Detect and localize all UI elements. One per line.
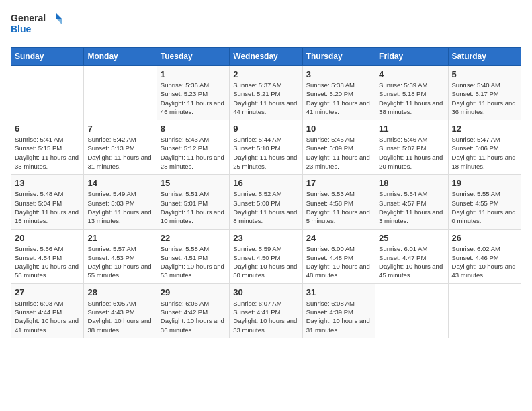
day-info: Sunrise: 5:41 AM Sunset: 5:15 PM Dayligh… — [15, 135, 80, 171]
day-number: 12 — [452, 124, 517, 134]
calendar-cell: 30Sunrise: 6:07 AM Sunset: 4:41 PM Dayli… — [230, 283, 302, 338]
day-info: Sunrise: 5:47 AM Sunset: 5:06 PM Dayligh… — [452, 135, 517, 171]
day-number: 4 — [379, 69, 444, 79]
day-number: 7 — [87, 124, 152, 134]
day-of-week-header: Tuesday — [157, 48, 229, 66]
calendar-cell: 25Sunrise: 6:01 AM Sunset: 4:47 PM Dayli… — [375, 229, 448, 283]
calendar-cell: 3Sunrise: 5:38 AM Sunset: 5:20 PM Daylig… — [302, 66, 375, 120]
day-number: 17 — [306, 178, 371, 188]
calendar-cell: 2Sunrise: 5:37 AM Sunset: 5:21 PM Daylig… — [230, 66, 302, 120]
day-info: Sunrise: 5:45 AM Sunset: 5:09 PM Dayligh… — [306, 135, 371, 171]
svg-text:Blue: Blue — [11, 24, 32, 34]
day-number: 27 — [15, 287, 80, 298]
day-number: 19 — [452, 178, 517, 188]
day-info: Sunrise: 6:05 AM Sunset: 4:43 PM Dayligh… — [87, 299, 152, 334]
calendar-cell: 15Sunrise: 5:51 AM Sunset: 5:01 PM Dayli… — [157, 175, 229, 229]
calendar-cell: 13Sunrise: 5:48 AM Sunset: 5:04 PM Dayli… — [11, 175, 84, 229]
day-info: Sunrise: 5:42 AM Sunset: 5:13 PM Dayligh… — [87, 135, 152, 171]
day-number: 25 — [379, 233, 444, 243]
calendar-cell: 7Sunrise: 5:42 AM Sunset: 5:13 PM Daylig… — [84, 120, 157, 175]
day-info: Sunrise: 5:55 AM Sunset: 4:55 PM Dayligh… — [452, 189, 517, 225]
day-info: Sunrise: 6:06 AM Sunset: 4:42 PM Dayligh… — [161, 299, 226, 334]
calendar-week-row: 1Sunrise: 5:36 AM Sunset: 5:23 PM Daylig… — [11, 66, 521, 120]
calendar-week-row: 13Sunrise: 5:48 AM Sunset: 5:04 PM Dayli… — [11, 175, 521, 229]
day-info: Sunrise: 5:58 AM Sunset: 4:51 PM Dayligh… — [161, 244, 226, 280]
page-header: General Blue — [11, 11, 521, 40]
day-number: 21 — [87, 233, 152, 243]
day-info: Sunrise: 5:57 AM Sunset: 4:53 PM Dayligh… — [87, 244, 152, 280]
day-info: Sunrise: 5:38 AM Sunset: 5:20 PM Dayligh… — [306, 81, 371, 116]
day-info: Sunrise: 5:40 AM Sunset: 5:17 PM Dayligh… — [452, 81, 517, 116]
day-info: Sunrise: 6:02 AM Sunset: 4:46 PM Dayligh… — [452, 244, 517, 280]
calendar-cell: 14Sunrise: 5:49 AM Sunset: 5:03 PM Dayli… — [84, 175, 157, 229]
day-number: 31 — [306, 287, 371, 298]
calendar-cell: 21Sunrise: 5:57 AM Sunset: 4:53 PM Dayli… — [84, 229, 157, 283]
day-info: Sunrise: 5:52 AM Sunset: 5:00 PM Dayligh… — [233, 189, 298, 225]
day-info: Sunrise: 5:48 AM Sunset: 5:04 PM Dayligh… — [15, 189, 80, 225]
calendar-cell: 18Sunrise: 5:54 AM Sunset: 4:57 PM Dayli… — [375, 175, 448, 229]
day-of-week-header: Friday — [375, 48, 448, 66]
day-info: Sunrise: 5:43 AM Sunset: 5:12 PM Dayligh… — [161, 135, 226, 171]
day-number: 2 — [233, 69, 298, 79]
calendar-cell: 28Sunrise: 6:05 AM Sunset: 4:43 PM Dayli… — [84, 283, 157, 338]
logo-svg: General Blue — [11, 11, 64, 40]
day-number: 18 — [379, 178, 444, 188]
day-info: Sunrise: 6:08 AM Sunset: 4:39 PM Dayligh… — [306, 299, 371, 334]
calendar-cell: 11Sunrise: 5:46 AM Sunset: 5:07 PM Dayli… — [375, 120, 448, 175]
day-number: 29 — [161, 287, 226, 298]
day-info: Sunrise: 5:49 AM Sunset: 5:03 PM Dayligh… — [87, 189, 152, 225]
day-number: 30 — [233, 287, 298, 298]
day-info: Sunrise: 5:53 AM Sunset: 4:58 PM Dayligh… — [306, 189, 371, 225]
svg-text:General: General — [11, 13, 46, 24]
day-info: Sunrise: 6:01 AM Sunset: 4:47 PM Dayligh… — [379, 244, 444, 280]
calendar-cell: 16Sunrise: 5:52 AM Sunset: 5:00 PM Dayli… — [230, 175, 302, 229]
svg-marker-3 — [56, 19, 62, 24]
day-number: 24 — [306, 233, 371, 243]
day-info: Sunrise: 5:46 AM Sunset: 5:07 PM Dayligh… — [379, 135, 444, 171]
day-number: 11 — [379, 124, 444, 134]
calendar-cell: 6Sunrise: 5:41 AM Sunset: 5:15 PM Daylig… — [11, 120, 84, 175]
day-of-week-header: Monday — [84, 48, 157, 66]
calendar-cell: 26Sunrise: 6:02 AM Sunset: 4:46 PM Dayli… — [448, 229, 521, 283]
day-info: Sunrise: 5:36 AM Sunset: 5:23 PM Dayligh… — [161, 81, 226, 116]
day-number: 13 — [15, 178, 80, 188]
calendar-cell: 27Sunrise: 6:03 AM Sunset: 4:44 PM Dayli… — [11, 283, 84, 338]
calendar-cell: 9Sunrise: 5:44 AM Sunset: 5:10 PM Daylig… — [230, 120, 302, 175]
day-number: 5 — [452, 69, 517, 79]
day-info: Sunrise: 5:44 AM Sunset: 5:10 PM Dayligh… — [233, 135, 298, 171]
day-info: Sunrise: 5:37 AM Sunset: 5:21 PM Dayligh… — [233, 81, 298, 116]
calendar-cell: 8Sunrise: 5:43 AM Sunset: 5:12 PM Daylig… — [157, 120, 229, 175]
day-number: 3 — [306, 69, 371, 79]
calendar-cell: 19Sunrise: 5:55 AM Sunset: 4:55 PM Dayli… — [448, 175, 521, 229]
day-number: 22 — [161, 233, 226, 243]
day-number: 15 — [161, 178, 226, 188]
calendar-cell: 5Sunrise: 5:40 AM Sunset: 5:17 PM Daylig… — [448, 66, 521, 120]
calendar-cell — [448, 283, 521, 338]
calendar-header-row: SundayMondayTuesdayWednesdayThursdayFrid… — [11, 48, 521, 66]
logo: General Blue — [11, 11, 64, 40]
day-number: 6 — [15, 124, 80, 134]
day-info: Sunrise: 6:03 AM Sunset: 4:44 PM Dayligh… — [15, 299, 80, 334]
day-number: 20 — [15, 233, 80, 243]
day-number: 16 — [233, 178, 298, 188]
calendar-cell: 29Sunrise: 6:06 AM Sunset: 4:42 PM Dayli… — [157, 283, 229, 338]
day-info: Sunrise: 6:00 AM Sunset: 4:48 PM Dayligh… — [306, 244, 371, 280]
day-info: Sunrise: 5:51 AM Sunset: 5:01 PM Dayligh… — [161, 189, 226, 225]
day-number: 26 — [452, 233, 517, 243]
day-info: Sunrise: 5:39 AM Sunset: 5:18 PM Dayligh… — [379, 81, 444, 116]
calendar-cell: 12Sunrise: 5:47 AM Sunset: 5:06 PM Dayli… — [448, 120, 521, 175]
day-number: 14 — [87, 178, 152, 188]
calendar-cell — [84, 66, 157, 120]
calendar-week-row: 6Sunrise: 5:41 AM Sunset: 5:15 PM Daylig… — [11, 120, 521, 175]
day-info: Sunrise: 5:56 AM Sunset: 4:54 PM Dayligh… — [15, 244, 80, 280]
calendar-cell: 22Sunrise: 5:58 AM Sunset: 4:51 PM Dayli… — [157, 229, 229, 283]
calendar-cell — [11, 66, 84, 120]
day-number: 28 — [87, 287, 152, 298]
svg-marker-2 — [56, 13, 62, 19]
calendar-cell: 23Sunrise: 5:59 AM Sunset: 4:50 PM Dayli… — [230, 229, 302, 283]
calendar-week-row: 27Sunrise: 6:03 AM Sunset: 4:44 PM Dayli… — [11, 283, 521, 338]
day-number: 1 — [161, 69, 226, 79]
calendar-cell: 24Sunrise: 6:00 AM Sunset: 4:48 PM Dayli… — [302, 229, 375, 283]
day-number: 9 — [233, 124, 298, 134]
day-number: 8 — [161, 124, 226, 134]
